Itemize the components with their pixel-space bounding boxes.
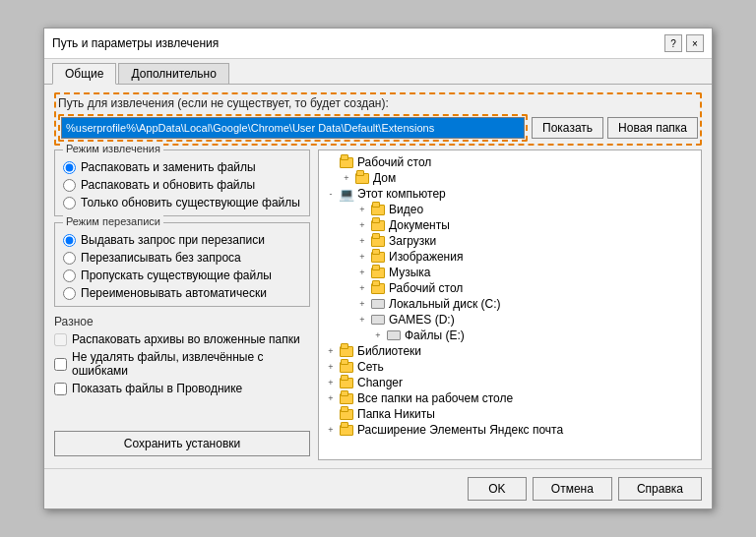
misc-subfolders[interactable]: Распаковать архивы во вложенные папки bbox=[54, 332, 310, 346]
tree-toggle-icon: + bbox=[354, 205, 370, 214]
tree-toggle-icon: + bbox=[323, 393, 339, 403]
tree-toggle-icon: + bbox=[354, 268, 370, 277]
tree-item[interactable]: +Changer bbox=[323, 375, 697, 390]
folder-icon: 💻 bbox=[339, 187, 354, 201]
tree-item-label: Все папки на рабочем столе bbox=[357, 391, 513, 405]
tree-item[interactable]: +Видео bbox=[323, 202, 697, 217]
tree-item-label: Сеть bbox=[357, 360, 384, 374]
tree-toggle-icon: + bbox=[370, 330, 386, 340]
overwrite-ask[interactable]: Выдавать запрос при перезаписи bbox=[63, 233, 301, 247]
misc-title: Разное bbox=[54, 315, 310, 328]
cancel-button[interactable]: Отмена bbox=[533, 477, 612, 501]
save-settings-button[interactable]: Сохранить установки bbox=[54, 431, 310, 456]
folder-icon bbox=[339, 376, 354, 389]
folder-icon bbox=[370, 281, 386, 295]
tree-item[interactable]: -💻Этот компьютер bbox=[323, 186, 697, 202]
ok-button[interactable]: OK bbox=[468, 477, 527, 501]
tree-item-label: Загрузки bbox=[389, 234, 436, 248]
title-bar: Путь и параметры извлечения ? × bbox=[44, 29, 712, 59]
left-panel: Режим извлечения Распаковать и заменить … bbox=[54, 149, 310, 460]
show-button[interactable]: Показать bbox=[532, 117, 603, 139]
overwrite-skip[interactable]: Пропускать существующие файлы bbox=[63, 268, 301, 282]
tab-general[interactable]: Общие bbox=[52, 63, 116, 85]
tree-item[interactable]: +Изображения bbox=[323, 249, 697, 265]
tree-item-label: Документы bbox=[389, 218, 450, 232]
misc-show-explorer[interactable]: Показать файлы в Проводнике bbox=[54, 382, 310, 395]
folder-icon bbox=[386, 328, 402, 342]
title-controls: ? × bbox=[664, 34, 704, 52]
overwrite-options: Выдавать запрос при перезаписи Перезапис… bbox=[63, 233, 301, 300]
folder-icon bbox=[339, 344, 354, 358]
extract-existing-only[interactable]: Только обновить существующие файлы bbox=[63, 196, 301, 209]
tree-item[interactable]: +Расширение Элементы Яндекс почта bbox=[323, 422, 697, 438]
folder-icon bbox=[339, 155, 354, 169]
tree-toggle-icon: + bbox=[354, 220, 370, 230]
extract-replace[interactable]: Распаковать и заменить файлы bbox=[63, 160, 301, 174]
path-input-wrapper bbox=[58, 114, 528, 142]
help-button[interactable]: Справка bbox=[618, 477, 702, 501]
dialog-title: Путь и параметры извлечения bbox=[52, 36, 219, 50]
tabs-bar: Общие Дополнительно bbox=[44, 59, 712, 85]
tree-toggle-icon: + bbox=[354, 299, 370, 309]
tree-toggle-icon: + bbox=[354, 252, 370, 262]
tree-item-label: Файлы (E:) bbox=[405, 328, 465, 342]
tree-item[interactable]: +Музыка bbox=[323, 265, 697, 280]
tree-item[interactable]: +Локальный диск (C:) bbox=[323, 296, 697, 312]
tree-toggle-icon: + bbox=[323, 378, 339, 388]
extract-update[interactable]: Распаковать и обновить файлы bbox=[63, 178, 301, 192]
tree-panel[interactable]: Рабочий стол+Дом-💻Этот компьютер+Видео+Д… bbox=[318, 149, 702, 460]
tree-item[interactable]: +Рабочий стол bbox=[323, 280, 697, 296]
overwrite-group-label: Режим перезаписи bbox=[63, 215, 163, 227]
extraction-group-label: Режим извлечения bbox=[63, 143, 163, 154]
tree-item[interactable]: +Библиотеки bbox=[323, 343, 697, 359]
path-label: Путь для извлечения (если не существует,… bbox=[58, 96, 698, 110]
dialog-content: Путь для извлечения (если не существует,… bbox=[44, 85, 712, 468]
overwrite-no-ask[interactable]: Перезаписывать без запроса bbox=[63, 251, 301, 265]
path-section: Путь для извлечения (если не существует,… bbox=[54, 92, 702, 146]
tree-toggle-icon: + bbox=[354, 236, 370, 246]
tree-item[interactable]: Рабочий стол bbox=[323, 154, 697, 170]
close-btn[interactable]: × bbox=[686, 34, 704, 52]
tree-item[interactable]: Папка Никиты bbox=[323, 406, 697, 422]
help-icon-btn[interactable]: ? bbox=[664, 34, 682, 52]
folder-icon bbox=[370, 218, 386, 232]
folder-icon bbox=[339, 407, 354, 421]
tree-item-label: Изображения bbox=[389, 250, 463, 264]
tree-toggle-icon: + bbox=[323, 362, 339, 372]
tree-item-label: Музыка bbox=[389, 266, 430, 279]
folder-icon bbox=[370, 266, 386, 279]
tree-item[interactable]: +Сеть bbox=[323, 359, 697, 375]
extraction-options: Распаковать и заменить файлы Распаковать… bbox=[63, 160, 301, 209]
folder-icon bbox=[370, 297, 386, 311]
bottom-bar: OK Отмена Справка bbox=[44, 468, 712, 508]
path-input[interactable] bbox=[61, 117, 525, 139]
tree-item-label: Библиотеки bbox=[357, 344, 421, 358]
misc-no-delete-errors[interactable]: Не удалять файлы, извлечённые с ошибками bbox=[54, 350, 310, 378]
folder-icon bbox=[339, 423, 354, 437]
folder-icon bbox=[370, 313, 386, 327]
tree-toggle-icon: + bbox=[354, 315, 370, 325]
save-section: Сохранить установки bbox=[54, 427, 310, 460]
overwrite-rename[interactable]: Переименовывать автоматически bbox=[63, 286, 301, 300]
tree-item-label: Папка Никиты bbox=[357, 407, 435, 421]
tree-item-label: Рабочий стол bbox=[357, 155, 431, 169]
tree-item[interactable]: +Файлы (E:) bbox=[323, 328, 697, 343]
folder-icon bbox=[370, 203, 386, 216]
folder-icon bbox=[339, 391, 354, 405]
tree-item-label: Рабочий стол bbox=[389, 281, 463, 295]
tree-item[interactable]: +Загрузки bbox=[323, 233, 697, 249]
tree-item-label: GAMES (D:) bbox=[389, 313, 455, 327]
tree-item[interactable]: +Документы bbox=[323, 217, 697, 233]
tree-toggle-icon: - bbox=[323, 189, 339, 199]
tree-item[interactable]: +GAMES (D:) bbox=[323, 312, 697, 328]
folder-icon bbox=[354, 171, 370, 185]
folder-icon bbox=[370, 250, 386, 264]
new-folder-button[interactable]: Новая папка bbox=[607, 117, 698, 139]
tree-item[interactable]: +Все папки на рабочем столе bbox=[323, 390, 697, 406]
tree-item[interactable]: +Дом bbox=[323, 170, 697, 186]
tree-toggle-icon: + bbox=[323, 425, 339, 435]
tree-toggle-icon: + bbox=[323, 346, 339, 356]
tab-advanced[interactable]: Дополнительно bbox=[118, 63, 228, 84]
folder-icon bbox=[370, 234, 386, 248]
path-row: Показать Новая папка bbox=[58, 114, 698, 142]
